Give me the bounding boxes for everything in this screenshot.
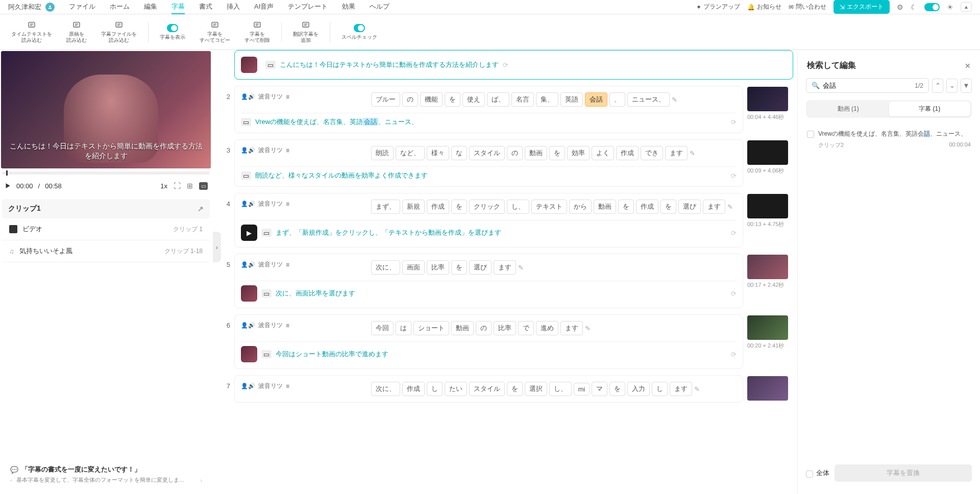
clip-thumbnail[interactable] (747, 194, 788, 218)
word-token[interactable]: を (618, 200, 634, 214)
scrub-bar[interactable] (2, 171, 210, 175)
clip-item[interactable]: ビデオクリップ 1 (2, 218, 210, 240)
ribbon-5[interactable]: 字幕を すべて削除 (239, 19, 275, 45)
menu-挿入[interactable]: 挿入 (227, 0, 240, 14)
word-token[interactable]: の (476, 321, 492, 335)
edit-icon[interactable]: ✎ (585, 325, 591, 332)
menu-icon[interactable]: ≡ (286, 383, 289, 390)
search-input[interactable] (823, 82, 912, 89)
edit-icon[interactable]: ✎ (672, 96, 677, 104)
word-token[interactable]: から (569, 200, 592, 214)
edit-icon[interactable]: ✎ (690, 150, 695, 157)
loop-icon[interactable]: ⟳ (731, 172, 737, 180)
menu-icon[interactable]: ≡ (286, 93, 289, 101)
word-token[interactable]: 集、 (536, 92, 558, 107)
word-token[interactable]: 今回 (371, 321, 394, 335)
menu-書式[interactable]: 書式 (199, 0, 212, 14)
word-token[interactable]: クリック (469, 200, 505, 214)
word-token[interactable]: 機能 (420, 92, 443, 107)
search-next-button[interactable]: ⌄ (946, 79, 958, 93)
settings-icon[interactable]: ⚙ (897, 3, 903, 11)
word-token[interactable]: 動画 (451, 321, 474, 335)
word-token[interactable]: ショート (413, 321, 449, 335)
loop-icon[interactable]: ⟳ (731, 229, 737, 237)
word-token[interactable]: を (451, 260, 467, 275)
result-checkbox[interactable] (807, 131, 814, 138)
search-tab[interactable]: 動画 (1) (807, 102, 889, 116)
export-button[interactable]: ⇲ エクスポート (834, 0, 890, 14)
word-token[interactable]: ます (670, 382, 692, 396)
edit-icon[interactable]: ✎ (694, 385, 700, 393)
subtitle-text[interactable]: まず、「新規作成」をクリックし、「テキストから動画を作成」を選びます (276, 228, 727, 237)
word-token[interactable]: 選び (678, 200, 701, 214)
loop-icon[interactable]: ⟳ (731, 351, 737, 358)
word-token[interactable]: 英語 (560, 92, 583, 107)
word-token[interactable]: マ (592, 382, 607, 396)
word-token[interactable]: の (402, 92, 418, 107)
word-token[interactable]: ニュース、 (627, 92, 670, 107)
word-token[interactable]: を (507, 382, 523, 396)
clip-thumbnail[interactable] (747, 376, 788, 401)
word-token[interactable]: 作成 (402, 382, 425, 396)
clip-body[interactable]: 👤🔊波音リツ≡今回はショート動画の比率で進めます✎▭今回はショート動画の比率で進… (234, 314, 743, 369)
search-tab[interactable]: 字幕 (1) (889, 102, 971, 116)
menu-AI音声[interactable]: AI音声 (254, 0, 274, 14)
word-token[interactable]: 選択 (525, 382, 547, 396)
ribbon-1[interactable]: 原稿を 読み込む (61, 19, 92, 45)
plan-button[interactable]: ✦ プランアップ (696, 3, 740, 11)
focus-icon[interactable]: ⛶ (174, 182, 181, 190)
search-result[interactable]: Vrewの機能を使えば、名言集、英語会話、ニュース、クリップ200:00:04 (803, 124, 975, 154)
word-token[interactable]: 次に、 (371, 382, 400, 396)
word-token[interactable]: テキスト (531, 200, 567, 214)
clip-body[interactable]: 👤🔊波音リツ≡次に、画面比率を選びます✎▭次に、画面比率を選びます⟳ (234, 254, 743, 308)
word-token[interactable]: し、 (549, 382, 572, 396)
notice-button[interactable]: 🔔 お知らせ (747, 3, 781, 11)
menu-icon[interactable]: ≡ (286, 322, 289, 329)
edit-icon[interactable]: ✎ (727, 203, 733, 211)
chevron-right-icon[interactable]: › (200, 477, 202, 483)
word-token[interactable]: mi (574, 383, 590, 396)
clip-body[interactable]: 👤🔊波音リツ≡次に、作成したいスタイルを選択し、miマを入力します✎ (234, 375, 743, 403)
loop-icon[interactable]: ⟳ (731, 290, 737, 298)
menu-編集[interactable]: 編集 (144, 0, 157, 14)
word-token[interactable]: たい (445, 382, 467, 396)
word-token[interactable]: ブルー (371, 92, 400, 107)
word-token[interactable]: し (652, 382, 668, 396)
replace-button[interactable]: 字幕を置換 (835, 464, 972, 482)
subtitle-text[interactable]: 朗読など、様々なスタイルの動画を効率よく作成できます (255, 171, 727, 180)
word-token[interactable]: は (396, 321, 411, 335)
clip-body[interactable]: 👤🔊波音リツ≡ブルーの機能を使えば、名言集、英語会話、ニュース、✎▭Vrewの機… (234, 86, 743, 133)
word-token[interactable]: 使え (462, 92, 485, 107)
clip-body[interactable]: 👤🔊波音リツ≡朗読など、様々なスタイルの動画を効率よく作成できます✎▭朗読など、… (234, 139, 743, 187)
word-token[interactable]: スタイル (469, 146, 505, 160)
clip-body[interactable]: ▭こんにちは！今日はテキストから簡単に動画を作成する方法を紹介します⟳ (234, 50, 793, 80)
menu-ファイル[interactable]: ファイル (69, 0, 95, 14)
subtitle-text[interactable]: Vrewの機能を使えば、名言集、英語会話、ニュース、 (255, 117, 727, 127)
subtitle-text[interactable]: 今回はショート動画の比率で進めます (276, 350, 727, 359)
word-token[interactable]: ます (665, 146, 688, 160)
filter-icon[interactable]: ▼ (961, 79, 972, 93)
contact-button[interactable]: ✉ 問い合わせ (789, 3, 826, 11)
clip-thumbnail[interactable] (747, 255, 788, 279)
clip-panel-header[interactable]: クリップ1 ↗ (2, 199, 210, 218)
word-token[interactable]: 動画 (525, 146, 547, 160)
clip-item[interactable]: ♫気持ちいいそよ風クリップ 1-18 (2, 240, 210, 262)
word-token[interactable]: 比率 (494, 321, 516, 335)
menu-効果[interactable]: 効果 (342, 0, 355, 14)
loop-icon[interactable]: ⟳ (503, 61, 508, 69)
word-token[interactable]: を (609, 382, 625, 396)
word-token[interactable]: 比率 (427, 260, 449, 275)
grid-icon[interactable]: ⊞ (187, 182, 193, 190)
word-token[interactable]: ます (703, 200, 725, 214)
word-token[interactable]: を (549, 146, 565, 160)
word-token[interactable]: ます (494, 260, 516, 275)
word-token[interactable]: で (518, 321, 534, 335)
word-token[interactable]: 進め (536, 321, 558, 335)
word-token[interactable]: を (660, 200, 676, 214)
word-token[interactable]: 名言 (511, 92, 534, 107)
avatar[interactable] (45, 3, 55, 12)
word-token[interactable]: を (445, 92, 460, 107)
word-token[interactable]: よく (592, 146, 614, 160)
word-token[interactable]: し、 (507, 200, 529, 214)
search-prev-button[interactable]: ⌃ (932, 79, 943, 93)
